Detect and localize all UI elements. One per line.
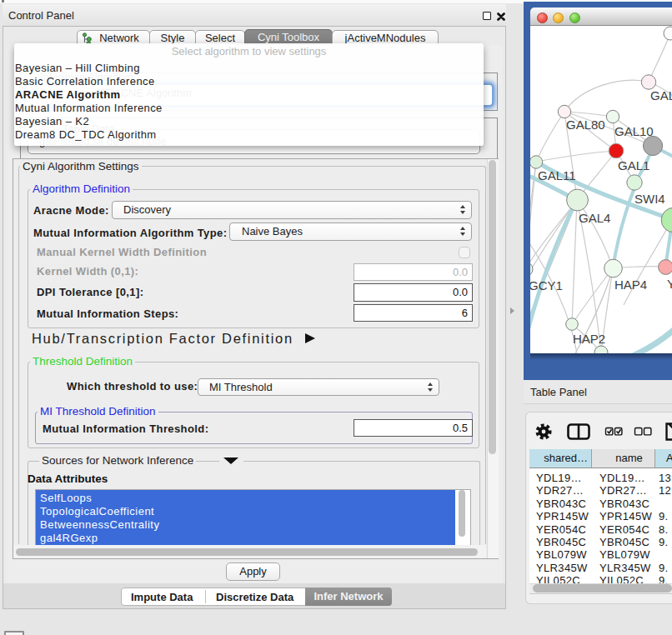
svg-text:HAP2: HAP2	[573, 332, 605, 346]
svg-text:GAL80: GAL80	[566, 118, 605, 132]
svg-text:GCY1: GCY1	[530, 278, 563, 292]
svg-text:GAL: GAL	[650, 88, 672, 102]
svg-text:GAL1: GAL1	[618, 158, 649, 172]
svg-text:SWI4: SWI4	[634, 192, 665, 206]
svg-text:GAL11: GAL11	[538, 168, 576, 182]
svg-text:GAL4: GAL4	[579, 211, 610, 225]
svg-text:GAL10: GAL10	[614, 124, 654, 138]
svg-text:Y: Y	[667, 277, 672, 291]
svg-text:HAP4: HAP4	[614, 278, 647, 292]
